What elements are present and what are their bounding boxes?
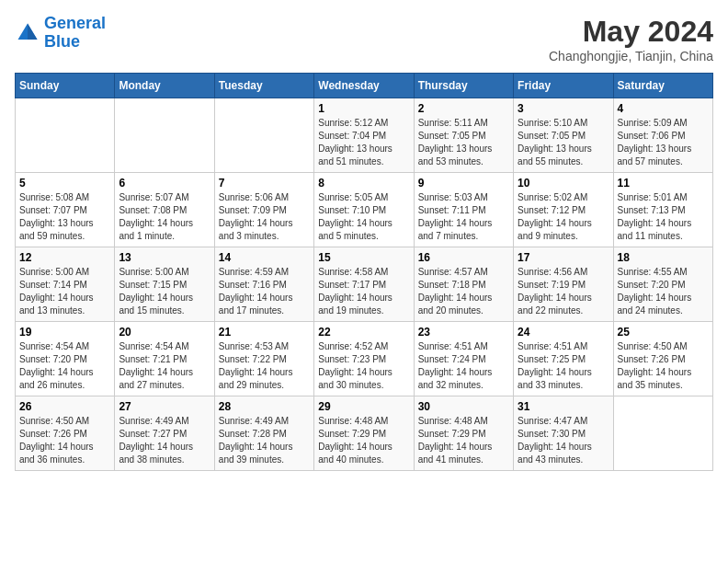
day-detail: Sunrise: 4:59 AMSunset: 7:16 PMDaylight:… (219, 266, 310, 317)
day-number: 11 (618, 177, 709, 190)
calendar-cell: 5Sunrise: 5:08 AMSunset: 7:07 PMDaylight… (16, 173, 115, 247)
day-detail: Sunrise: 5:12 AMSunset: 7:04 PMDaylight:… (318, 117, 409, 168)
calendar-cell: 27Sunrise: 4:49 AMSunset: 7:27 PMDayligh… (115, 396, 214, 471)
calendar-cell: 10Sunrise: 5:02 AMSunset: 7:12 PMDayligh… (514, 173, 613, 247)
calendar-cell: 9Sunrise: 5:03 AMSunset: 7:11 PMDaylight… (414, 173, 513, 247)
calendar-cell: 7Sunrise: 5:06 AMSunset: 7:09 PMDaylight… (214, 173, 313, 247)
day-number: 28 (219, 400, 310, 413)
day-detail: Sunrise: 5:02 AMSunset: 7:12 PMDaylight:… (518, 191, 609, 243)
calendar-cell: 6Sunrise: 5:07 AMSunset: 7:08 PMDaylight… (115, 173, 214, 247)
day-detail: Sunrise: 4:51 AMSunset: 7:24 PMDaylight:… (418, 340, 509, 392)
day-number: 26 (19, 400, 110, 413)
day-number: 19 (19, 326, 110, 339)
day-number: 18 (618, 251, 709, 264)
day-detail: Sunrise: 4:47 AMSunset: 7:30 PMDaylight:… (518, 415, 609, 466)
calendar-cell: 2Sunrise: 5:11 AMSunset: 7:05 PMDaylight… (414, 98, 513, 173)
calendar-cell: 11Sunrise: 5:01 AMSunset: 7:13 PMDayligh… (613, 173, 712, 247)
title-block: May 2024 Changhongjie, Tianjin, China (549, 15, 713, 63)
day-number: 30 (418, 400, 509, 413)
day-detail: Sunrise: 5:00 AMSunset: 7:14 PMDaylight:… (19, 266, 110, 317)
weekday-header: Tuesday (214, 74, 313, 98)
day-detail: Sunrise: 4:52 AMSunset: 7:23 PMDaylight:… (318, 340, 409, 392)
logo-text: General Blue (44, 15, 106, 52)
day-detail: Sunrise: 4:50 AMSunset: 7:26 PMDaylight:… (19, 415, 110, 466)
day-detail: Sunrise: 5:07 AMSunset: 7:08 PMDaylight:… (119, 191, 210, 243)
day-detail: Sunrise: 4:51 AMSunset: 7:25 PMDaylight:… (518, 340, 609, 392)
calendar-cell: 30Sunrise: 4:48 AMSunset: 7:29 PMDayligh… (414, 396, 513, 471)
calendar-cell: 12Sunrise: 5:00 AMSunset: 7:14 PMDayligh… (16, 247, 115, 322)
calendar-cell: 21Sunrise: 4:53 AMSunset: 7:22 PMDayligh… (214, 322, 313, 396)
calendar-cell: 14Sunrise: 4:59 AMSunset: 7:16 PMDayligh… (214, 247, 313, 322)
day-number: 23 (418, 326, 509, 339)
svg-marker-1 (28, 23, 38, 40)
day-detail: Sunrise: 4:57 AMSunset: 7:18 PMDaylight:… (418, 266, 509, 317)
day-detail: Sunrise: 5:06 AMSunset: 7:09 PMDaylight:… (219, 191, 310, 243)
day-detail: Sunrise: 4:54 AMSunset: 7:21 PMDaylight:… (119, 340, 210, 392)
day-number: 31 (518, 400, 609, 413)
day-number: 5 (19, 177, 110, 190)
weekday-header: Friday (514, 74, 613, 98)
weekday-header: Thursday (414, 74, 513, 98)
logo-line1: General (44, 14, 106, 32)
calendar-cell: 28Sunrise: 4:49 AMSunset: 7:28 PMDayligh… (214, 396, 313, 471)
day-number: 24 (518, 326, 609, 339)
weekday-header: Monday (115, 74, 214, 98)
day-detail: Sunrise: 5:11 AMSunset: 7:05 PMDaylight:… (418, 117, 509, 168)
day-detail: Sunrise: 4:58 AMSunset: 7:17 PMDaylight:… (318, 266, 409, 317)
day-number: 15 (318, 251, 409, 264)
day-number: 21 (219, 326, 310, 339)
month-title: May 2024 (549, 15, 713, 49)
calendar-header: SundayMondayTuesdayWednesdayThursdayFrid… (16, 74, 713, 98)
day-number: 6 (119, 177, 210, 190)
calendar-cell: 15Sunrise: 4:58 AMSunset: 7:17 PMDayligh… (314, 247, 414, 322)
day-number: 1 (318, 102, 409, 115)
day-detail: Sunrise: 5:01 AMSunset: 7:13 PMDaylight:… (618, 191, 709, 243)
calendar-cell (16, 98, 115, 173)
day-number: 7 (219, 177, 310, 190)
calendar-cell: 1Sunrise: 5:12 AMSunset: 7:04 PMDaylight… (314, 98, 414, 173)
calendar-cell: 19Sunrise: 4:54 AMSunset: 7:20 PMDayligh… (16, 322, 115, 396)
day-number: 12 (19, 251, 110, 264)
calendar-cell: 16Sunrise: 4:57 AMSunset: 7:18 PMDayligh… (414, 247, 513, 322)
calendar-cell: 3Sunrise: 5:10 AMSunset: 7:05 PMDaylight… (514, 98, 613, 173)
day-detail: Sunrise: 5:00 AMSunset: 7:15 PMDaylight:… (119, 266, 210, 317)
calendar-cell: 13Sunrise: 5:00 AMSunset: 7:15 PMDayligh… (115, 247, 214, 322)
day-number: 9 (418, 177, 509, 190)
day-number: 20 (119, 326, 210, 339)
day-number: 27 (119, 400, 210, 413)
day-detail: Sunrise: 4:50 AMSunset: 7:26 PMDaylight:… (618, 340, 709, 392)
day-detail: Sunrise: 5:05 AMSunset: 7:10 PMDaylight:… (318, 191, 409, 243)
calendar-cell: 26Sunrise: 4:50 AMSunset: 7:26 PMDayligh… (16, 396, 115, 471)
day-number: 14 (219, 251, 310, 264)
calendar-cell: 29Sunrise: 4:48 AMSunset: 7:29 PMDayligh… (314, 396, 414, 471)
day-detail: Sunrise: 5:03 AMSunset: 7:11 PMDaylight:… (418, 191, 509, 243)
calendar-cell: 23Sunrise: 4:51 AMSunset: 7:24 PMDayligh… (414, 322, 513, 396)
calendar-cell: 31Sunrise: 4:47 AMSunset: 7:30 PMDayligh… (514, 396, 613, 471)
day-number: 13 (119, 251, 210, 264)
day-detail: Sunrise: 5:10 AMSunset: 7:05 PMDaylight:… (518, 117, 609, 168)
calendar-cell: 22Sunrise: 4:52 AMSunset: 7:23 PMDayligh… (314, 322, 414, 396)
logo-line2: Blue (44, 32, 80, 51)
day-detail: Sunrise: 4:48 AMSunset: 7:29 PMDaylight:… (318, 415, 409, 466)
calendar-cell: 24Sunrise: 4:51 AMSunset: 7:25 PMDayligh… (514, 322, 613, 396)
day-number: 25 (618, 326, 709, 339)
calendar-cell: 8Sunrise: 5:05 AMSunset: 7:10 PMDaylight… (314, 173, 414, 247)
day-detail: Sunrise: 5:08 AMSunset: 7:07 PMDaylight:… (19, 191, 110, 243)
calendar-cell (214, 98, 313, 173)
calendar-week-row: 1Sunrise: 5:12 AMSunset: 7:04 PMDaylight… (16, 98, 713, 173)
logo: General Blue (15, 15, 106, 52)
weekday-header: Sunday (16, 74, 115, 98)
day-number: 3 (518, 102, 609, 115)
day-number: 2 (418, 102, 509, 115)
weekday-header: Saturday (613, 74, 712, 98)
calendar-week-row: 12Sunrise: 5:00 AMSunset: 7:14 PMDayligh… (16, 247, 713, 322)
calendar-week-row: 19Sunrise: 4:54 AMSunset: 7:20 PMDayligh… (16, 322, 713, 396)
calendar-table: SundayMondayTuesdayWednesdayThursdayFrid… (15, 73, 713, 471)
calendar-cell (613, 396, 712, 471)
calendar-week-row: 5Sunrise: 5:08 AMSunset: 7:07 PMDaylight… (16, 173, 713, 247)
logo-icon (15, 20, 40, 46)
day-number: 10 (518, 177, 609, 190)
weekday-header: Wednesday (314, 74, 414, 98)
day-number: 16 (418, 251, 509, 264)
header: General Blue May 2024 Changhongjie, Tian… (15, 15, 713, 63)
